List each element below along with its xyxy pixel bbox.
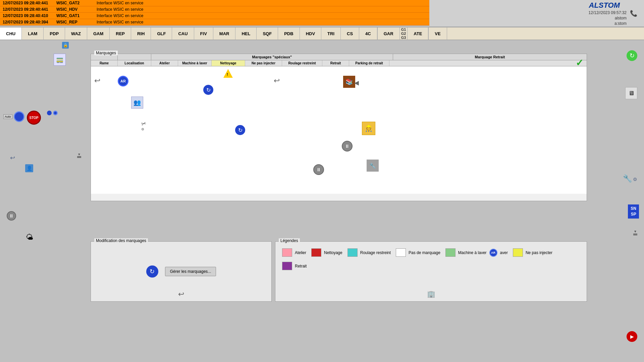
nav-hdv[interactable]: HDV — [300, 27, 321, 40]
manage-marquages-button[interactable]: Gérer les marquages... — [165, 267, 216, 276]
leg-body: Atelier Nettoyage Roulage restreint Pas … — [275, 242, 587, 274]
nav-fiv[interactable]: FIV — [194, 27, 213, 40]
col-localisation: Localisation — [118, 60, 151, 66]
leg-roulage: Roulage restreint — [347, 248, 391, 257]
leg-color-pas-marquage — [396, 248, 406, 257]
wrench-icon[interactable]: 🔧 — [367, 160, 379, 172]
lock-icon[interactable]: 🔒 — [62, 42, 69, 49]
nav-lam[interactable]: LAM — [22, 27, 44, 40]
nav-tri[interactable]: TRI — [321, 27, 341, 40]
nav-sqf[interactable]: SQF — [257, 27, 278, 40]
nav-cau[interactable]: CAU — [172, 27, 194, 40]
scissors-icon[interactable]: ✂ ⚙ — [141, 120, 146, 131]
stop-button[interactable]: STOP — [27, 111, 41, 125]
building-icon-leg: 🏢 — [427, 290, 435, 298]
notif-timestamp-1: 12/07/2023 09:28:40:441 — [3, 1, 56, 5]
nav-g1[interactable]: G1 — [401, 27, 406, 32]
nav-g2[interactable]: G2 — [401, 32, 406, 36]
col-nepasinjecter: Ne pas injecter — [245, 60, 282, 66]
col-rame: Rame — [91, 60, 118, 66]
tools-icon-right[interactable]: 🔧 ⚙ — [623, 174, 637, 183]
notif-source-2: WSIC_HDV — [56, 7, 97, 12]
leg-retrait: Retrait — [282, 262, 307, 270]
notif-source-3: WSIC_GAT1 — [56, 13, 97, 18]
mod-sync-icon[interactable]: ↻ — [146, 265, 158, 278]
phone-icon: 📞 — [630, 10, 637, 17]
book-icon[interactable]: 📚 — [343, 76, 355, 88]
dots-indicator — [47, 111, 58, 115]
weather-icon[interactable]: 🌤 — [23, 231, 36, 243]
nav-waz[interactable]: WAZ — [65, 27, 87, 40]
col-parking: Parking de retrait — [349, 60, 389, 66]
notif-source-1: WSIC_GAT2 — [56, 1, 97, 5]
undo-row1-left[interactable]: ↩ — [94, 76, 100, 85]
person-icon[interactable]: 👤 — [25, 164, 33, 172]
notification-bar: 12/07/2023 09:28:40:441 WSIC_GAT2 Interf… — [0, 0, 429, 25]
col-retrait: Retrait — [322, 60, 349, 66]
leg-nepasinjecter: Ne pas injecter — [513, 248, 552, 257]
pause-icon-right[interactable]: ⏸ — [342, 141, 353, 152]
ar-circle-legend: AR — [489, 249, 497, 257]
nav-chu[interactable]: CHU — [0, 27, 22, 40]
leg-label-machine: Machine à laver — [458, 250, 487, 255]
people-icon-1[interactable]: 👥 — [131, 97, 143, 109]
nav-gam[interactable]: GAM — [87, 27, 110, 40]
nav-rih[interactable]: RIH — [131, 27, 151, 40]
nav-pdp[interactable]: PDP — [44, 27, 65, 40]
scroll-indicator-right: ▼ — [633, 230, 637, 235]
leg-nettoyage: Nettoyage — [311, 248, 342, 257]
nav-bar: CHU LAM PDP WAZ GAM REP RIH GLF CAU FIV … — [0, 27, 644, 40]
nav-g3[interactable]: G3 — [401, 36, 406, 40]
sync-icon-blue-1[interactable]: ↻ — [203, 85, 213, 95]
network-icon[interactable]: 🖥 — [625, 87, 637, 99]
legendes-title: Légendes — [279, 238, 300, 243]
nav-glf[interactable]: GLF — [151, 27, 172, 40]
nav-ve[interactable]: VE — [429, 27, 447, 40]
train-icon-left[interactable]: 🚃 — [54, 54, 66, 66]
nav-cs[interactable]: CS — [341, 27, 359, 40]
nav-4c[interactable]: 4C — [359, 27, 377, 40]
nav-hel[interactable]: HEL — [235, 27, 257, 40]
leg-machine: Machine à laver AR aver — [445, 248, 508, 257]
sync-icon-blue-2[interactable]: ↻ — [235, 125, 245, 135]
notif-timestamp-4: 12/07/2023 09:28:40:394 — [3, 20, 56, 24]
pause-left-icon[interactable]: ⏸ — [7, 211, 16, 221]
nav-rep[interactable]: REP — [110, 27, 131, 40]
worker-icon[interactable]: 👷 — [362, 122, 375, 135]
nav-gar[interactable]: GAR — [378, 27, 400, 40]
auto-label: Auto — [3, 114, 12, 119]
modification-panel: Modification des marquages ↻ Gérer les m… — [91, 241, 272, 302]
nav-mar[interactable]: MAR — [213, 27, 236, 40]
notif-row-1: 12/07/2023 09:28:40:441 WSIC_GAT2 Interf… — [0, 0, 429, 6]
marquages-header-special: Marquages "spéciaux" — [151, 54, 393, 60]
auto-indicator: Auto — [3, 111, 24, 122]
nav-pdb[interactable]: PDB — [278, 27, 300, 40]
leg-color-machine — [445, 248, 455, 257]
refresh-green-button[interactable]: ↻ — [627, 50, 637, 61]
stop-btn-icon[interactable]: STOP — [27, 111, 41, 125]
sn-sp-badge[interactable]: SNSP — [628, 204, 639, 219]
arrow-left-book: ◀ — [354, 79, 359, 86]
alstom-company: a:stom — [614, 21, 627, 26]
red-stop-icon[interactable]: ▶ — [627, 331, 637, 342]
pause-icon-mid[interactable]: ⏸ — [313, 164, 324, 175]
sync-icon-left[interactable]: ↩ — [10, 154, 15, 162]
leg-atelier: Atelier — [282, 248, 306, 257]
col-roulage: Roulage restreint — [282, 60, 322, 66]
notif-timestamp-2: 12/07/2023 09:28:40:441 — [3, 7, 56, 12]
main-content: Marquages Marquages "spéciaux" Marquage … — [87, 40, 590, 362]
notif-message-1: Interface WSIC en service — [97, 1, 427, 5]
undo-row1-mid[interactable]: ↩ — [274, 76, 280, 85]
check-green-icon[interactable]: ✓ — [576, 57, 583, 68]
col-machine: Machine à laver — [178, 60, 212, 66]
mod-undo-icon[interactable]: ↩ — [178, 290, 184, 299]
scroll-down-icon: ▼ — [77, 153, 81, 158]
alstom-header: ALSTOM 12/12//2023 09:57:32 alstom a:sto… — [429, 0, 644, 27]
nav-ate[interactable]: ATE — [408, 27, 428, 40]
col-nettoyage: Nettoyage — [212, 60, 245, 66]
leg-color-nettoyage — [311, 248, 321, 257]
marquages-header-retrait: Marquage Retrait — [393, 54, 587, 60]
ar-circle-1[interactable]: AR — [118, 76, 128, 86]
notif-message-2: Interface WSIC en service — [97, 7, 427, 12]
auto-blue-dot[interactable] — [14, 111, 24, 122]
